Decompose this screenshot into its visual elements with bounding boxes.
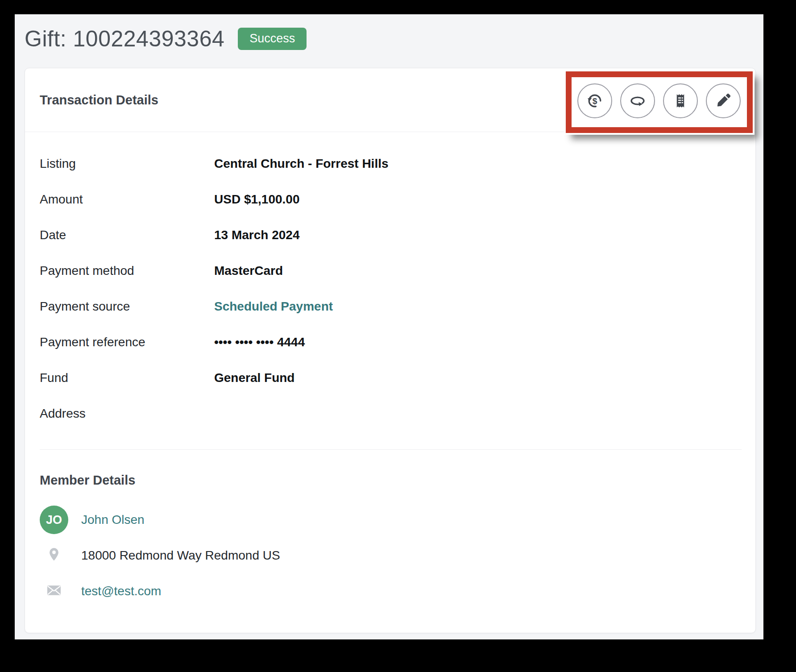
action-button-group: $	[577, 83, 741, 118]
table-row: Listing Central Church - Forrest Hills	[40, 146, 741, 182]
payment-reference-value: •••• •••• •••• 4444	[214, 335, 305, 349]
member-details-rows: JO John Olsen 18000 Redmond Way Redmond …	[25, 502, 755, 609]
date-value: 13 March 2024	[214, 228, 299, 242]
member-email-link[interactable]: test@test.com	[81, 584, 161, 598]
member-address: 18000 Redmond Way Redmond US	[81, 548, 280, 563]
svg-text:$: $	[593, 96, 597, 106]
row-label: Payment source	[40, 299, 214, 314]
page-header: Gift: 100224393364 Success	[25, 26, 307, 52]
member-email-row: test@test.com	[40, 573, 755, 609]
receipt-button[interactable]	[663, 83, 698, 118]
member-address-row: 18000 Redmond Way Redmond US	[40, 538, 755, 573]
row-label: Date	[40, 228, 214, 242]
transaction-detail-rows: Listing Central Church - Forrest Hills A…	[25, 132, 755, 431]
member-details-heading: Member Details	[40, 471, 755, 489]
table-row: Payment source Scheduled Payment	[40, 289, 741, 324]
section-divider	[40, 449, 742, 450]
status-badge: Success	[238, 28, 307, 50]
recurring-button[interactable]	[620, 83, 655, 118]
page-title: Gift: 100224393364	[25, 26, 224, 52]
row-label: Fund	[40, 371, 214, 385]
table-row: Payment reference •••• •••• •••• 4444	[40, 324, 741, 360]
location-pin-icon	[46, 547, 62, 564]
edit-icon	[714, 91, 733, 110]
avatar: JO	[40, 506, 68, 534]
member-name-row: JO John Olsen	[40, 502, 755, 538]
fund-value: General Fund	[214, 371, 294, 385]
refund-button[interactable]: $	[577, 83, 612, 118]
edit-button[interactable]	[706, 83, 741, 118]
table-row: Amount USD $1,100.00	[40, 182, 741, 217]
row-label: Payment reference	[40, 335, 214, 349]
amount-value: USD $1,100.00	[214, 192, 299, 207]
row-label: Payment method	[40, 264, 214, 278]
member-name-link[interactable]: John Olsen	[81, 513, 145, 527]
transaction-details-heading: Transaction Details	[40, 93, 158, 108]
payment-method-value: MasterCard	[214, 264, 283, 278]
refund-icon: $	[585, 91, 604, 110]
table-row: Fund General Fund	[40, 360, 741, 396]
page: Gift: 100224393364 Success Transaction D…	[15, 14, 763, 639]
card-header: Transaction Details $	[25, 68, 755, 132]
row-label: Address	[40, 407, 214, 421]
table-row: Address	[40, 396, 741, 431]
row-label: Amount	[40, 192, 214, 207]
listing-value: Central Church - Forrest Hills	[214, 157, 389, 171]
table-row: Date 13 March 2024	[40, 217, 741, 253]
row-label: Listing	[40, 157, 214, 171]
table-row: Payment method MasterCard	[40, 253, 741, 289]
recurring-icon	[628, 91, 647, 110]
payment-source-link[interactable]: Scheduled Payment	[214, 299, 333, 314]
transaction-card: Transaction Details $	[25, 68, 756, 633]
receipt-icon	[671, 91, 690, 110]
envelope-icon	[45, 581, 63, 601]
